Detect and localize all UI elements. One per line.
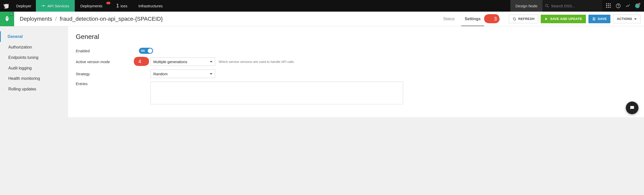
sidenav-item-authorization[interactable]: Authorization: [0, 42, 68, 53]
chat-icon: [629, 105, 635, 111]
strategy-select[interactable]: Random: [151, 69, 215, 78]
nav-tab-label: ices: [120, 4, 127, 8]
header-actions: REFRESH SAVE AND UPDATE SAVE ACTIONS: [505, 15, 644, 23]
apps-icon[interactable]: [606, 3, 611, 8]
nav-tab-label: Infrastructures: [138, 4, 163, 8]
svg-point-3: [618, 7, 618, 7]
sub-header: ⟳ Deployments / fraud_detection-on-api_s…: [0, 12, 644, 26]
label-enabled: Enabled: [76, 49, 139, 53]
profile-icon[interactable]: [635, 3, 640, 8]
tab-history[interactable]: y: [486, 12, 505, 26]
label-active-version-mode: Active version mode: [76, 60, 139, 64]
notification-dot: [638, 3, 640, 5]
enabled-toggle[interactable]: ON: [139, 48, 153, 54]
hint-active-version-mode: Which service versions are used to handl…: [219, 60, 294, 64]
refresh-icon: [513, 17, 516, 21]
actions-button[interactable]: ACTIONS: [613, 15, 640, 23]
body: General Authorization Endpoints tuning A…: [0, 26, 644, 117]
breadcrumb-name: fraud_detection-on-api_space-{SPACEID}: [60, 16, 163, 22]
nav-tab-services[interactable]: ices: [108, 0, 133, 12]
help-icon[interactable]: [616, 3, 621, 8]
refresh-button[interactable]: REFRESH: [509, 15, 538, 23]
caret-down-icon: [210, 73, 212, 76]
app-name[interactable]: Deployer: [12, 0, 36, 12]
label-strategy: Strategy: [76, 72, 139, 76]
sync-badge-icon: ⟳: [10, 13, 13, 16]
row-enabled: Enabled ON: [76, 48, 636, 54]
nav-tab-api-services[interactable]: API Services: [36, 0, 75, 12]
activity-icon[interactable]: [625, 3, 630, 8]
row-active-version-mode: Active version mode 4 Multiple generatio…: [76, 57, 636, 66]
settings-panel: General Enabled ON Active version mode 4…: [68, 26, 644, 117]
caret-down-icon: [210, 61, 212, 64]
sidenav-item-general[interactable]: General: [0, 31, 68, 42]
entries-box[interactable]: [151, 82, 403, 104]
panel-title: General: [76, 33, 636, 41]
sidenav-item-endpoints-tuning[interactable]: Endpoints tuning: [0, 52, 68, 63]
breadcrumb: Deployments / fraud_detection-on-api_spa…: [14, 16, 168, 22]
save-button[interactable]: SAVE: [588, 15, 611, 23]
nav-tab-label: Deployments: [80, 4, 103, 8]
svg-point-5: [7, 17, 8, 19]
save-and-update-button[interactable]: SAVE AND UPDATE: [541, 15, 586, 23]
node-indicator[interactable]: Design Node: [510, 0, 542, 12]
caret-down-icon: [634, 18, 637, 21]
side-nav: General Authorization Endpoints tuning A…: [0, 26, 68, 117]
nav-tab-deployments[interactable]: Deployments 1: [75, 0, 108, 12]
save-icon: [592, 17, 596, 21]
label-entries: Entries: [76, 82, 139, 86]
chat-fab[interactable]: [626, 102, 638, 114]
plug-icon: [41, 4, 45, 8]
tab-settings[interactable]: Settings 3: [460, 12, 486, 26]
play-icon: [544, 17, 548, 21]
sidenav-item-rolling-updates[interactable]: Rolling updates: [0, 84, 68, 94]
row-entries: Entries: [76, 82, 636, 104]
breadcrumb-separator: /: [55, 16, 57, 22]
svg-point-0: [43, 5, 44, 6]
breadcrumb-root[interactable]: Deployments: [20, 16, 52, 22]
bird-icon: [3, 3, 9, 9]
tab-status[interactable]: Status: [438, 12, 460, 26]
nav-tab-infrastructures[interactable]: Infrastructures: [133, 0, 168, 12]
top-icons: [602, 0, 644, 12]
global-search[interactable]: [542, 0, 602, 12]
search-input[interactable]: [551, 4, 600, 8]
search-icon: [545, 4, 549, 8]
app-logo[interactable]: [0, 0, 12, 12]
project-icon[interactable]: ⟳: [0, 12, 14, 26]
sidenav-item-health-monitoring[interactable]: Health monitoring: [0, 73, 68, 84]
toggle-knob: [148, 48, 152, 53]
page-tabs: Status Settings 3 y: [438, 12, 505, 26]
svg-point-1: [546, 4, 548, 7]
rocket-icon: [4, 15, 11, 22]
top-nav: Deployer API Services Deployments 1 ices…: [0, 0, 644, 12]
row-strategy: Strategy Random: [76, 69, 636, 78]
active-version-mode-select[interactable]: Multiple generations: [151, 57, 215, 66]
nav-tab-label: API Services: [47, 4, 69, 8]
sidenav-item-audit-logging[interactable]: Audit logging: [0, 63, 68, 74]
